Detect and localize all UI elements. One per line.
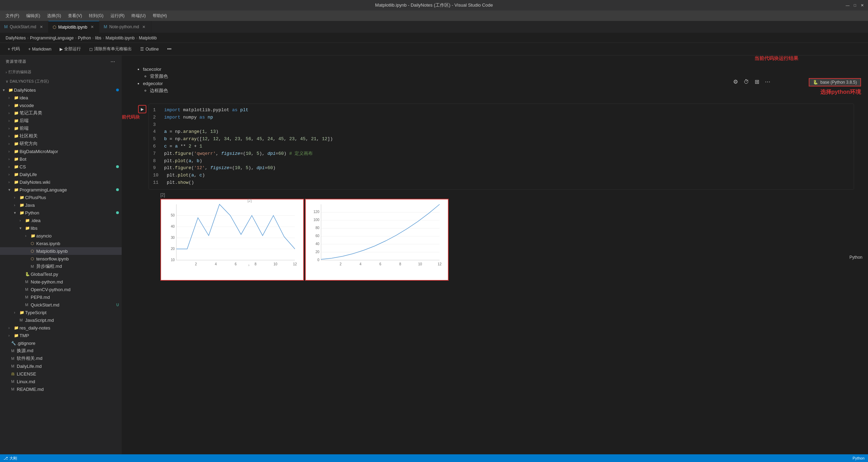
tree-note-python[interactable]: M Note-python.md bbox=[0, 278, 122, 286]
breadcrumb-dailynotes[interactable]: DailyNotes bbox=[6, 36, 26, 40]
tree-asyncio[interactable]: › 📁 asyncio bbox=[0, 232, 122, 240]
run-cell-button[interactable]: ▶ bbox=[136, 104, 149, 113]
chevron-down-icon: ▾ bbox=[20, 226, 25, 230]
markdown-icon: M bbox=[11, 356, 17, 361]
close-button[interactable]: ✕ bbox=[860, 3, 865, 8]
folder-icon: 📁 bbox=[14, 180, 20, 184]
tree-pep8[interactable]: M PEP8.md bbox=[0, 293, 122, 301]
breadcrumb-libs[interactable]: libs bbox=[95, 36, 101, 40]
tree-tensorflow[interactable]: ⬡ tensorflow.ipynb bbox=[0, 255, 122, 263]
svg-text:6: 6 bbox=[235, 262, 237, 266]
svg-text:10: 10 bbox=[171, 258, 175, 262]
add-markdown-button[interactable]: + Markdown bbox=[26, 46, 53, 53]
tree-dailynoteswiki[interactable]: › 📁 DailyNotes.wiki bbox=[0, 178, 122, 186]
tree-idea2[interactable]: › 📁 .idea bbox=[0, 217, 122, 224]
split-icon[interactable]: ⊞ bbox=[755, 78, 759, 85]
tree-opencv[interactable]: M OpenCV-python.md bbox=[0, 286, 122, 293]
clear-all-button[interactable]: ◻ 清除所有单元格输出 bbox=[87, 45, 134, 53]
more-icon[interactable]: ⋯ bbox=[765, 78, 770, 85]
execution-count: [2] bbox=[160, 192, 854, 197]
history-icon[interactable]: ⏱ bbox=[744, 79, 749, 85]
tree-readme[interactable]: M README.md bbox=[0, 385, 122, 393]
folder-icon: 📁 bbox=[25, 218, 31, 223]
status-dot-green bbox=[116, 188, 119, 191]
tab-label: Note-python.md bbox=[109, 24, 139, 29]
tree-notetools[interactable]: › 📁 笔记工具类 bbox=[0, 109, 122, 117]
folder-icon: 📁 bbox=[14, 134, 20, 138]
breadcrumb-section[interactable]: Matplotlib bbox=[139, 36, 157, 40]
tree-dailynotes[interactable]: ▾ 📁 DailyNotes bbox=[0, 86, 122, 94]
menu-terminal[interactable]: 终端(U) bbox=[129, 12, 149, 20]
menu-help[interactable]: 帮助(H) bbox=[150, 12, 170, 20]
tree-java[interactable]: › 📁 Java bbox=[0, 201, 122, 209]
tree-frontend[interactable]: › 📁 前端 bbox=[0, 124, 122, 132]
folder-icon: 📁 bbox=[14, 333, 20, 338]
outline-button[interactable]: ☰ Outline bbox=[138, 46, 161, 53]
settings-icon[interactable]: ⚙ bbox=[733, 78, 738, 85]
menu-view[interactable]: 查看(V) bbox=[65, 12, 85, 20]
tree-async-prog[interactable]: M 异步编程.md bbox=[0, 263, 122, 270]
tree-globaltest[interactable]: 🐍 GlobalTest.py bbox=[0, 270, 122, 278]
tab-close-icon[interactable]: ✕ bbox=[89, 24, 95, 30]
tree-gitignore[interactable]: 🔧 .gitignore bbox=[0, 339, 122, 347]
menu-file[interactable]: 文件(F) bbox=[3, 12, 22, 20]
tree-idea[interactable]: › 📁 idea bbox=[0, 94, 122, 101]
chart-2: 0 20 40 60 80 100 120 2 4 6 8 1 bbox=[307, 201, 447, 278]
menu-goto[interactable]: 转到(G) bbox=[86, 12, 106, 20]
maximize-button[interactable]: □ bbox=[853, 3, 857, 8]
run-all-button[interactable]: ▶ 全部运行 bbox=[58, 45, 83, 53]
tree-linux[interactable]: M Linux.md bbox=[0, 378, 122, 385]
tree-libs[interactable]: ▾ 📁 libs bbox=[0, 224, 122, 232]
tree-license[interactable]: ⚖ LICENSE bbox=[0, 370, 122, 378]
add-code-button[interactable]: + 代码 bbox=[6, 45, 22, 53]
tab-close-icon[interactable]: ✕ bbox=[141, 24, 147, 30]
tree-cs[interactable]: › 📁 CS bbox=[0, 163, 122, 171]
tree-software[interactable]: M 软件相关.md bbox=[0, 355, 122, 362]
tree-bigdata[interactable]: › 📁 BigDataMicroMajor bbox=[0, 147, 122, 155]
tree-bot[interactable]: › 📁 Bot bbox=[0, 155, 122, 163]
tree-research[interactable]: › 📁 研究方向 bbox=[0, 140, 122, 147]
tree-community[interactable]: › 📁 社区相关 bbox=[0, 132, 122, 140]
tab-label: QuickStart.md bbox=[10, 24, 36, 29]
tree-dailylife[interactable]: › 📁 DailyLife bbox=[0, 171, 122, 178]
tab-quickstart[interactable]: M QuickStart.md ✕ bbox=[0, 21, 48, 33]
workspace-section[interactable]: ∨ DAILYNOTES (工作区) bbox=[0, 77, 122, 86]
tree-vscode[interactable]: › 📁 vscode bbox=[0, 101, 122, 109]
breadcrumb-programminglanguage[interactable]: ProgrammingLanguage bbox=[30, 36, 74, 40]
list-item: 边框颜色 bbox=[150, 88, 854, 94]
open-editors-section[interactable]: › 打开的编辑器 bbox=[0, 67, 122, 77]
markdown-icon: M bbox=[11, 387, 17, 391]
tree-backend[interactable]: › 📁 后端 bbox=[0, 117, 122, 124]
tree-quickstart[interactable]: M QuickStart.md U bbox=[0, 301, 122, 309]
breadcrumb-file[interactable]: Matplotlib.ipynb bbox=[106, 36, 135, 40]
tree-res-daily[interactable]: › 📁 res_daily-notes bbox=[0, 324, 122, 332]
tab-close-icon[interactable]: ✕ bbox=[38, 24, 44, 30]
tree-item-label: TMP bbox=[20, 333, 122, 338]
tree-tmp[interactable]: › 📁 TMP bbox=[0, 332, 122, 339]
code-line: 4 a = np.arange(1, 13) bbox=[153, 128, 850, 136]
tree-matplotlib-file[interactable]: ⬡ Matplotlib.ipynb bbox=[0, 247, 122, 255]
more-button[interactable]: ••• bbox=[165, 46, 174, 53]
new-file-button[interactable]: ⋯ bbox=[110, 58, 116, 65]
tree-keras[interactable]: ⬡ Keras.ipynb bbox=[0, 240, 122, 247]
svg-text:12: 12 bbox=[438, 262, 442, 266]
tree-dailylife-md[interactable]: M DailyLife.md bbox=[0, 362, 122, 370]
menu-select[interactable]: 选择(S) bbox=[44, 12, 64, 20]
tree-typescript[interactable]: › 📁 TypeScript bbox=[0, 309, 122, 316]
titlebar-controls[interactable]: — □ ✕ bbox=[845, 3, 865, 8]
run-icon[interactable]: ▶ bbox=[138, 105, 146, 113]
tab-notepython[interactable]: M Note-python.md ✕ bbox=[99, 21, 151, 33]
tree-cplusplus[interactable]: › 📁 CPlusPlus bbox=[0, 194, 122, 201]
code-block[interactable]: 1 import matplotlib.pyplot as plt 2 impo… bbox=[149, 104, 854, 190]
menu-edit[interactable]: 编辑(E) bbox=[23, 12, 43, 20]
tree-python[interactable]: ▾ 📁 Python bbox=[0, 209, 122, 217]
tree-javascript[interactable]: M JavaScript.md bbox=[0, 316, 122, 324]
minimize-button[interactable]: — bbox=[845, 3, 850, 8]
folder-icon: 📁 bbox=[31, 234, 36, 238]
menu-run[interactable]: 运行(R) bbox=[108, 12, 128, 20]
tab-matplotlib[interactable]: ⬡ Matplotlib.ipynb ✕ bbox=[48, 21, 99, 33]
breadcrumb-python[interactable]: Python bbox=[78, 36, 91, 40]
tree-huanyuan[interactable]: M 换源.md bbox=[0, 347, 122, 355]
tree-programminglanguage[interactable]: ▾ 📁 ProgrammingLanguage bbox=[0, 186, 122, 194]
python-env-button[interactable]: 🐍 base (Python 3.8.5) bbox=[809, 78, 861, 86]
